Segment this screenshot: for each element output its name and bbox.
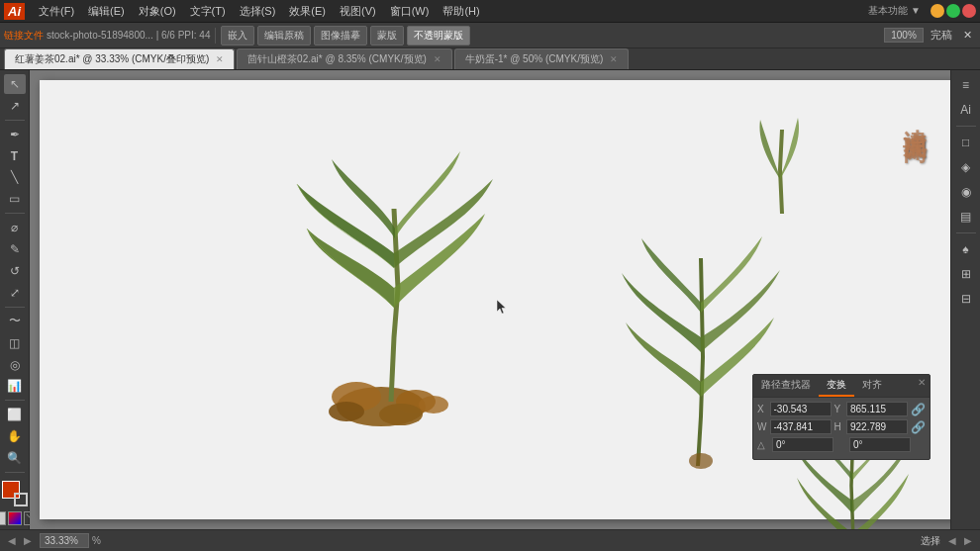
close-panel-btn[interactable]: ✕: [959, 27, 976, 44]
tool-separator-1: [5, 120, 25, 121]
tab-0[interactable]: 红薯姜茶02.ai* @ 33.33% (CMYK/叠印预览) ✕: [4, 48, 235, 69]
floating-transform-panel: 路径查找器 变换 对齐 ✕ X Y 🔗 W: [752, 374, 931, 460]
w-input[interactable]: [770, 419, 832, 434]
zoom-display: 100%: [884, 28, 924, 43]
tab-close-1[interactable]: ✕: [434, 54, 441, 64]
gradient-tool[interactable]: ◫: [4, 333, 26, 353]
line-tool[interactable]: ╲: [4, 168, 26, 188]
right-tool-panel: ≡ Ai □ ◈ ◉ ▤ ♠ ⊞ ⊟: [950, 70, 980, 529]
minimize-button[interactable]: [931, 4, 944, 18]
tab-close-0[interactable]: ✕: [216, 54, 224, 64]
blend-tool[interactable]: ◎: [4, 355, 26, 375]
chain-icon-2: 🔗: [911, 420, 926, 434]
r-icon-1[interactable]: ≡: [955, 74, 977, 96]
rotate-tool[interactable]: ↺: [4, 261, 26, 281]
status-scroll-left[interactable]: ◀: [948, 535, 956, 546]
toolbar-separator-1: [215, 28, 216, 44]
svg-point-4: [379, 404, 423, 425]
watermark: 逮虎课网: [899, 110, 931, 126]
direct-select-tool[interactable]: ↗: [4, 96, 26, 116]
angle2-input[interactable]: [849, 437, 911, 452]
app-logo: Ai: [4, 3, 25, 20]
r-icon-2[interactable]: Ai: [955, 99, 977, 121]
tab-1[interactable]: 茴针山橙茶02.ai* @ 8.35% (CMYK/预览) ✕: [237, 48, 452, 69]
pathfinder-tab[interactable]: 路径查找器: [753, 375, 819, 397]
status-prev[interactable]: ◀: [8, 535, 16, 546]
type-tool[interactable]: T: [4, 146, 26, 166]
toolbar-file-info: stock-photo-51894800... | 6/6 PPI: 44: [47, 30, 210, 41]
status-scroll-right[interactable]: ▶: [964, 535, 972, 546]
tool-separator-5: [5, 472, 25, 473]
status-next[interactable]: ▶: [24, 535, 32, 546]
fill-stroke-stack[interactable]: [2, 481, 28, 506]
close-button[interactable]: [962, 4, 976, 18]
menu-effect[interactable]: 效果(E): [283, 2, 332, 21]
status-bar: ◀ ▶ % 选择 ◀ ▶: [0, 529, 980, 551]
opacity-mask-button[interactable]: 不透明蒙版: [407, 26, 470, 46]
svg-point-5: [419, 396, 448, 413]
none-icon[interactable]: [0, 511, 6, 525]
panel-tabs: 路径查找器 变换 对齐 ✕: [753, 375, 930, 398]
canvas-area[interactable]: 路径查找器 变换 对齐 ✕ X Y 🔗 W: [30, 70, 980, 529]
r-icon-8[interactable]: ⊞: [955, 263, 977, 285]
tabs-bar: 红薯姜茶02.ai* @ 33.33% (CMYK/叠印预览) ✕ 茴针山橙茶0…: [0, 48, 980, 70]
warp-tool[interactable]: 〜: [4, 312, 26, 331]
finish-btn[interactable]: 完稿: [927, 26, 956, 45]
main-layout: ↖ ↗ ✒ T ╲ ▭ ⌀ ✎ ↺ ⤢ 〜 ◫ ◎ 📊 ⬜ ✋ 🔍: [0, 70, 980, 529]
h-input[interactable]: [846, 419, 908, 434]
toolbar: 链接文件 stock-photo-51894800... | 6/6 PPI: …: [0, 23, 980, 48]
r-icon-3[interactable]: □: [955, 132, 977, 153]
chart-tool[interactable]: 📊: [4, 377, 26, 397]
chain-icon: 🔗: [911, 403, 926, 416]
transform-tab[interactable]: 变换: [819, 375, 854, 397]
select-status: 选择: [921, 534, 940, 548]
menu-object[interactable]: 对象(O): [133, 2, 182, 21]
r-sep-2: [956, 232, 976, 233]
zoom-status-input[interactable]: [40, 533, 89, 548]
menu-edit[interactable]: 编辑(E): [82, 2, 131, 21]
zoom-tool[interactable]: 🔍: [4, 448, 26, 468]
gradient-icon[interactable]: [8, 511, 22, 525]
hand-tool[interactable]: ✋: [4, 426, 26, 446]
workspace-selector[interactable]: 基本功能 ▼: [868, 4, 921, 18]
menu-window[interactable]: 窗口(W): [384, 2, 436, 21]
menu-select[interactable]: 选择(S): [234, 2, 282, 21]
scale-tool[interactable]: ⤢: [4, 283, 26, 303]
tab-close-2[interactable]: ✕: [610, 54, 618, 64]
angle-input[interactable]: [772, 437, 833, 452]
y-input[interactable]: [846, 402, 908, 416]
align-tab[interactable]: 对齐: [854, 375, 890, 397]
angle-label: △: [757, 439, 769, 450]
r-icon-7[interactable]: ♠: [955, 238, 977, 260]
pencil-tool[interactable]: ✎: [4, 239, 26, 259]
stroke-color[interactable]: [14, 493, 28, 506]
x-label: X: [757, 404, 767, 414]
angle-row: △: [757, 437, 926, 452]
panel-close-btn[interactable]: ✕: [914, 375, 930, 397]
edit-original-button[interactable]: 编辑原稿: [257, 26, 311, 46]
menu-file[interactable]: 文件(F): [33, 2, 80, 21]
tool-separator-4: [5, 400, 25, 401]
tab-2[interactable]: 牛奶蛋-1* @ 50% (CMYK/预览) ✕: [454, 48, 629, 69]
paintbrush-tool[interactable]: ⌀: [4, 218, 26, 237]
pen-tool[interactable]: ✒: [4, 125, 26, 144]
r-icon-9[interactable]: ⊟: [955, 288, 977, 310]
artboard-tool[interactable]: ⬜: [4, 405, 26, 424]
embed-button[interactable]: 嵌入: [221, 26, 254, 46]
menu-help[interactable]: 帮助(H): [437, 2, 485, 21]
left-tool-panel: ↖ ↗ ✒ T ╲ ▭ ⌀ ✎ ↺ ⤢ 〜 ◫ ◎ 📊 ⬜ ✋ 🔍: [0, 70, 30, 529]
x-input[interactable]: [770, 402, 832, 416]
selection-tool[interactable]: ↖: [4, 74, 26, 94]
tool-separator-3: [5, 307, 25, 308]
mask-button[interactable]: 蒙版: [370, 26, 404, 46]
r-icon-5[interactable]: ◉: [955, 181, 977, 203]
menu-text[interactable]: 文字(T): [184, 2, 232, 21]
rectangle-tool[interactable]: ▭: [4, 189, 26, 209]
r-icon-4[interactable]: ◈: [955, 156, 977, 178]
panel-content: X Y 🔗 W H 🔗 △: [753, 398, 930, 459]
menu-view[interactable]: 视图(V): [334, 2, 382, 21]
r-icon-6[interactable]: ▤: [955, 206, 977, 228]
image-trace-button[interactable]: 图像描摹: [314, 26, 367, 46]
maximize-button[interactable]: [946, 4, 960, 18]
svg-point-6: [689, 453, 713, 469]
